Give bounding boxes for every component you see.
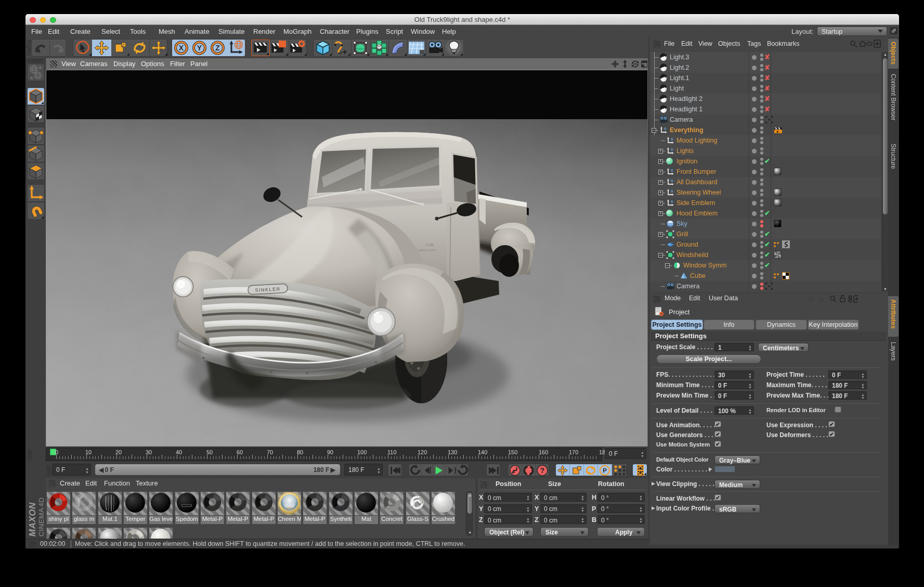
svg-text:0: 0 bbox=[664, 126, 667, 131]
svg-text:0: 0 bbox=[671, 147, 673, 152]
svg-text:C10B: C10B bbox=[425, 243, 434, 247]
svg-text:0: 0 bbox=[671, 178, 673, 183]
svg-text:0: 0 bbox=[671, 199, 673, 204]
svg-text:0: 0 bbox=[671, 168, 673, 173]
svg-text:?: ? bbox=[540, 466, 545, 475]
svg-text:0: 0 bbox=[671, 189, 673, 194]
svg-text:P: P bbox=[603, 467, 607, 474]
svg-text:Z: Z bbox=[215, 44, 220, 52]
svg-text:0: 0 bbox=[671, 137, 673, 142]
svg-text:HEAVY DUTY: HEAVY DUTY bbox=[419, 249, 437, 252]
svg-text:Y: Y bbox=[197, 44, 202, 52]
svg-text:X: X bbox=[179, 44, 184, 52]
